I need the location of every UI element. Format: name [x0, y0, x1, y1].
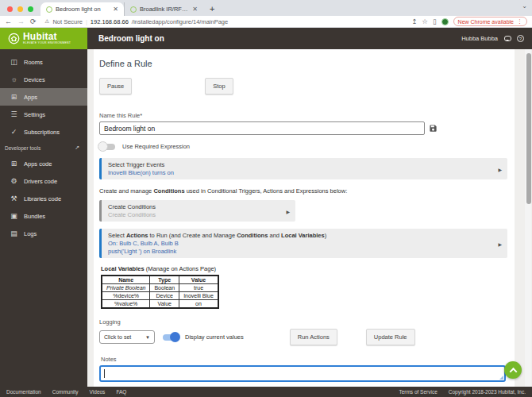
- select-actions-section[interactable]: Select Actions to Run (and Create and Ma…: [99, 229, 507, 258]
- pause-button[interactable]: Pause: [99, 78, 132, 94]
- security-label: Not Secure: [52, 18, 83, 25]
- sidebar: ◫ Rooms ☼ Devices ⊞ Apps ☰ Settings ✓ Su…: [0, 49, 87, 387]
- minimize-window-button[interactable]: [17, 6, 23, 12]
- settings-icon: ☰: [10, 110, 18, 118]
- sidebar-item-label: Bundles: [24, 213, 45, 220]
- subscriptions-icon: ✓: [10, 128, 18, 136]
- footer-link-community[interactable]: Community: [52, 389, 79, 395]
- sidebar-item-settings[interactable]: ☰ Settings: [0, 106, 87, 123]
- sidebar-item-subscriptions[interactable]: ✓ Subscriptions: [0, 123, 87, 141]
- user-name[interactable]: Hubba Bubba: [461, 35, 498, 42]
- sidebar-item-label: Devices: [24, 76, 45, 83]
- sidebar-item-logs[interactable]: ▤ Logs: [0, 225, 87, 242]
- browser-address-bar: ← → ⟳ ⚠ Not Secure | 192.168.68.66/insta…: [0, 16, 532, 28]
- sidebar-item-libraries-code[interactable]: ⚒ Libraries code: [0, 190, 87, 207]
- url-path: /installedapp/configure/14/mainPage: [132, 18, 228, 25]
- brand-tagline: ELEVATE YOUR ENVIRONMENT: [23, 42, 71, 45]
- devices-icon: ☼: [10, 75, 18, 83]
- hubitat-logo[interactable]: Hubitat ELEVATE YOUR ENVIRONMENT: [0, 28, 87, 49]
- save-icon[interactable]: [429, 124, 438, 133]
- sidebar-item-apps[interactable]: ⊞ Apps: [0, 88, 87, 106]
- table-row: %device% Device Inovelli Blue: [102, 292, 218, 300]
- column-header: Value: [179, 276, 218, 284]
- sidebar-item-rooms[interactable]: ◫ Rooms: [0, 53, 87, 71]
- bookmark-star-icon[interactable]: ☆: [422, 17, 428, 25]
- brand-name: Hubitat: [23, 32, 71, 41]
- chevron-up-icon: [509, 367, 517, 375]
- footer-link-terms[interactable]: Terms of Service: [399, 389, 437, 395]
- sidebar-item-bundles[interactable]: ▣ Bundles: [0, 207, 87, 225]
- stop-button[interactable]: Stop: [205, 78, 233, 94]
- tab-title: Bedroom light on: [56, 6, 110, 13]
- url-bar[interactable]: ⚠ Not Secure | 192.168.68.66/installedap…: [42, 18, 407, 25]
- footer-link-faq[interactable]: FAQ: [116, 389, 126, 395]
- trigger-section-title: Select Trigger Events: [108, 161, 493, 168]
- close-tab-icon[interactable]: ✕: [192, 6, 198, 13]
- select-trigger-events-section[interactable]: Select Trigger Events Inovelli Blue(on) …: [99, 158, 507, 179]
- rooms-icon: ◫: [10, 58, 18, 66]
- run-actions-button[interactable]: Run Actions: [290, 329, 337, 345]
- chat-bubble-icon[interactable]: [504, 36, 511, 41]
- share-icon[interactable]: ↥: [411, 17, 417, 25]
- rule-name-input[interactable]: [99, 121, 425, 135]
- bundles-icon: ▣: [10, 212, 18, 220]
- page-header: Bedroom light on Hubba Bubba ?: [87, 28, 532, 49]
- side-panel-icon[interactable]: ▯: [433, 17, 437, 25]
- forward-icon[interactable]: →: [17, 18, 25, 25]
- display-current-values-toggle[interactable]: [163, 334, 179, 341]
- new-tab-button[interactable]: +: [203, 4, 221, 16]
- hubitat-house-icon: [8, 33, 20, 44]
- apps-code-icon: ⊞: [10, 160, 18, 168]
- sidebar-item-label: Subscriptions: [24, 129, 60, 136]
- chevron-right-icon: ▶: [498, 166, 502, 172]
- tab-search-icon[interactable]: ⌄: [522, 2, 527, 10]
- sidebar-item-label: Logs: [24, 230, 37, 237]
- browser-menu-icon: ⋮: [517, 18, 522, 25]
- sidebar-item-devices[interactable]: ☼ Devices: [0, 71, 87, 88]
- browser-tab-bar: Bedroom light on ✕ Broadlink IR/RF remot…: [0, 0, 532, 16]
- notes-textarea[interactable]: [99, 365, 506, 382]
- sidebar-item-label: Drivers code: [24, 178, 57, 185]
- tab-broadlink[interactable]: Broadlink IR/RF remotes integ ✕: [124, 2, 203, 16]
- scroll-to-top-button[interactable]: [504, 361, 522, 379]
- required-expression-label: Use Required Expression: [122, 143, 190, 150]
- display-current-values-label: Display current values: [185, 333, 244, 341]
- logging-label: Logging: [99, 318, 507, 326]
- scrollbar-thumb[interactable]: [526, 53, 531, 204]
- new-chrome-available-button[interactable]: New Chrome available ⋮: [453, 17, 527, 26]
- trigger-section-summary: Inovelli Blue(on) turns on: [108, 169, 493, 176]
- back-icon[interactable]: ←: [5, 18, 12, 25]
- footer-link-videos[interactable]: Videos: [90, 389, 106, 395]
- developer-tools-section[interactable]: Developer tools ↗: [0, 141, 87, 155]
- table-row: %value% Value on: [102, 300, 218, 309]
- create-conditions-section[interactable]: Create Conditions Create Conditions ▶: [99, 200, 295, 222]
- sidebar-item-label: Apps: [24, 94, 37, 101]
- reload-icon[interactable]: ⟳: [30, 18, 37, 25]
- close-tab-icon[interactable]: ✕: [113, 6, 118, 13]
- required-expression-toggle[interactable]: [99, 144, 115, 150]
- close-window-button[interactable]: [7, 6, 13, 12]
- define-rule-heading: Define a Rule: [99, 59, 507, 68]
- window-controls: [0, 6, 40, 16]
- logging-dropdown[interactable]: Click to set ▼: [99, 330, 155, 344]
- local-variables-label: Local Variables (Manage on Actions Page): [101, 265, 507, 272]
- chevron-right-icon: ▶: [498, 241, 502, 246]
- tab-title: Broadlink IR/RF remotes integ: [140, 6, 189, 13]
- create-conditions-title: Create Conditions: [108, 203, 281, 210]
- actions-summary-line1: On: Bulb C, Bulb A, Bulb B: [108, 240, 493, 247]
- sidebar-item-apps-code[interactable]: ⊞ Apps code: [0, 155, 87, 172]
- update-rule-button[interactable]: Update Rule: [366, 329, 415, 345]
- sidebar-item-drivers-code[interactable]: ⚙ Drivers code: [0, 172, 87, 190]
- help-icon[interactable]: ?: [517, 35, 524, 42]
- zoom-window-button[interactable]: [28, 6, 33, 12]
- not-secure-warning-icon: ⚠: [45, 18, 50, 25]
- footer-link-documentation[interactable]: Documentation: [6, 389, 41, 395]
- tab-bedroom-light-on[interactable]: Bedroom light on ✕: [40, 2, 124, 16]
- actions-section-title: Select Actions to Run (and Create and Ma…: [108, 232, 493, 239]
- resize-grip[interactable]: [499, 376, 503, 380]
- local-variables-table: Name Type Value Private Boolean Boolean …: [101, 275, 219, 309]
- name-rule-row: [99, 121, 507, 135]
- column-header: Type: [150, 276, 179, 284]
- rule-state-buttons: Pause Stop: [99, 78, 507, 94]
- profile-avatar[interactable]: [441, 18, 449, 25]
